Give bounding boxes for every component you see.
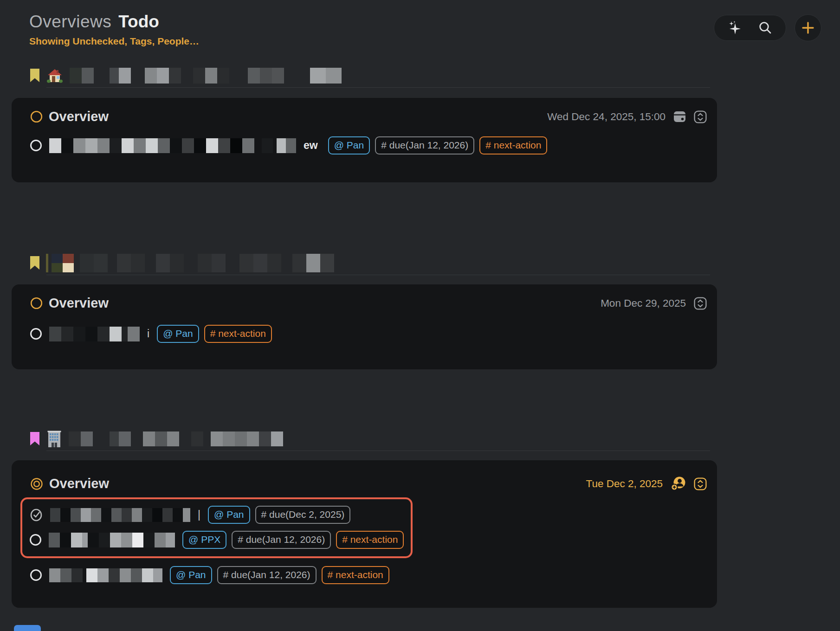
task-row: @ PPX # due(Jan 12, 2026) # next-action bbox=[30, 531, 403, 549]
toolbar-pill bbox=[714, 15, 786, 41]
plus-icon bbox=[801, 21, 815, 35]
overview-card-2: Overview Mon Dec 29, 2025 i @ Pan # next… bbox=[12, 284, 717, 369]
header-titles: Overviews Todo Showing Unchecked, Tags, … bbox=[29, 12, 199, 47]
section-divider bbox=[46, 451, 710, 451]
task-text-fragment: ew bbox=[304, 139, 318, 152]
text-cursor bbox=[46, 254, 48, 272]
tag-list: @ PPX # due(Jan 12, 2026) # next-action bbox=[182, 531, 404, 549]
expand-collapse-icon[interactable] bbox=[694, 297, 707, 310]
page-title-primary: Todo bbox=[118, 12, 159, 32]
page-title-secondary: Overviews bbox=[29, 12, 111, 32]
tag-list: @ Pan # due(Dec 2, 2025) bbox=[208, 506, 350, 524]
partial-blue-element bbox=[14, 625, 41, 631]
next-action-tag[interactable]: # next-action bbox=[204, 325, 272, 343]
task-text-fragment: i bbox=[147, 328, 149, 340]
page-title: Overviews Todo bbox=[29, 12, 199, 32]
tag-list: @ Pan # due(Jan 12, 2026) # next-action bbox=[328, 136, 548, 155]
section-divider bbox=[46, 275, 710, 275]
add-button[interactable] bbox=[795, 14, 821, 41]
bookmark-icon bbox=[30, 69, 40, 83]
section-work: Overview Tue Dec 2, 2025 bbox=[0, 430, 840, 608]
todo-checkbox-checked[interactable] bbox=[30, 508, 43, 522]
mention-tag[interactable]: @ Pan bbox=[157, 325, 199, 343]
mention-tag[interactable]: @ Pan bbox=[170, 566, 212, 584]
due-tag[interactable]: # due(Dec 2, 2025) bbox=[255, 506, 351, 524]
mention-tag[interactable]: @ Pan bbox=[208, 506, 250, 524]
redacted-task-text bbox=[49, 327, 140, 341]
circle-bullet-icon[interactable] bbox=[30, 110, 43, 123]
card-title-right: Mon Dec 29, 2025 bbox=[601, 297, 707, 310]
expand-collapse-icon[interactable] bbox=[694, 477, 707, 490]
tag-list: @ Pan # due(Jan 12, 2026) # next-action bbox=[170, 566, 389, 584]
card-title-right: Tue Dec 2, 2025 bbox=[586, 476, 707, 491]
redacted-task-text bbox=[50, 508, 190, 522]
note-title-link[interactable]: Overview bbox=[49, 296, 109, 311]
todo-checkbox-unchecked[interactable] bbox=[30, 569, 42, 581]
note-title-link[interactable]: Overview bbox=[49, 476, 109, 491]
overview-card-1: Overview Wed Dec 24, 2025, 15:00 bbox=[12, 98, 717, 182]
section-header bbox=[30, 430, 840, 448]
next-action-tag[interactable]: # next-action bbox=[322, 566, 389, 584]
section-header bbox=[30, 254, 840, 272]
office-building-emoji-icon bbox=[46, 430, 63, 448]
due-tag[interactable]: # due(Jan 12, 2026) bbox=[217, 566, 317, 584]
redacted-text bbox=[70, 68, 342, 84]
task-row: | @ Pan # due(Dec 2, 2025) bbox=[30, 506, 403, 524]
due-tag[interactable]: # due(Jan 12, 2026) bbox=[232, 531, 331, 549]
next-action-tag[interactable]: # next-action bbox=[479, 136, 547, 155]
card-title-row: Overview Wed Dec 24, 2025, 15:00 bbox=[30, 109, 707, 124]
section-divider bbox=[46, 87, 710, 88]
next-action-tag[interactable]: # next-action bbox=[336, 531, 404, 549]
card-title-right: Wed Dec 24, 2025, 15:00 bbox=[547, 110, 707, 123]
task-row: @ Pan # due(Jan 12, 2026) # next-action bbox=[30, 566, 707, 584]
card-title-row: Overview Tue Dec 2, 2025 bbox=[30, 476, 707, 491]
todo-checkbox-unchecked[interactable] bbox=[30, 534, 41, 546]
task-row: i @ Pan # next-action bbox=[30, 325, 707, 343]
redacted-task-text bbox=[49, 138, 296, 153]
redacted-task-text bbox=[49, 533, 175, 547]
header-actions bbox=[714, 14, 821, 41]
person-add-icon[interactable] bbox=[671, 476, 686, 491]
pixelated-emoji bbox=[52, 254, 74, 272]
mention-tag[interactable]: @ PPX bbox=[182, 531, 226, 549]
section-personal: Overview Mon Dec 29, 2025 i @ Pan # next… bbox=[0, 254, 840, 369]
due-date: Tue Dec 2, 2025 bbox=[586, 478, 663, 490]
bookmark-icon bbox=[30, 256, 40, 270]
redacted-text bbox=[69, 431, 283, 446]
expand-collapse-icon[interactable] bbox=[694, 110, 707, 123]
section-header bbox=[30, 66, 840, 85]
redacted-task-text bbox=[49, 568, 162, 582]
task-text-fragment: | bbox=[198, 509, 200, 521]
task-row: ew @ Pan # due(Jan 12, 2026) # next-acti… bbox=[30, 136, 707, 155]
target-bullet-icon[interactable] bbox=[30, 477, 43, 490]
section-home: Overview Wed Dec 24, 2025, 15:00 bbox=[0, 66, 840, 182]
calendar-icon[interactable] bbox=[673, 111, 686, 122]
note-title-link[interactable]: Overview bbox=[49, 109, 109, 124]
mention-tag[interactable]: @ Pan bbox=[328, 136, 370, 155]
selection-highlight-box: | @ Pan # due(Dec 2, 2025) @ PPX # due(J… bbox=[20, 497, 413, 558]
due-datetime: Wed Dec 24, 2025, 15:00 bbox=[547, 111, 666, 123]
house-emoji-icon bbox=[46, 67, 64, 84]
filter-status-text[interactable]: Showing Unchecked, Tags, People… bbox=[29, 36, 199, 47]
bookmark-icon bbox=[30, 432, 40, 446]
overview-card-3: Overview Tue Dec 2, 2025 bbox=[12, 460, 717, 608]
sparkle-icon[interactable] bbox=[727, 20, 742, 35]
circle-bullet-icon[interactable] bbox=[30, 297, 43, 309]
due-tag[interactable]: # due(Jan 12, 2026) bbox=[375, 136, 474, 155]
card-title-row: Overview Mon Dec 29, 2025 bbox=[30, 296, 707, 311]
due-date: Mon Dec 29, 2025 bbox=[601, 297, 686, 309]
redacted-text bbox=[80, 254, 334, 272]
todo-checkbox-unchecked[interactable] bbox=[30, 140, 42, 151]
search-icon[interactable] bbox=[758, 20, 773, 35]
tag-list: @ Pan # next-action bbox=[157, 325, 272, 343]
page-header: Overviews Todo Showing Unchecked, Tags, … bbox=[0, 0, 840, 47]
todo-checkbox-unchecked[interactable] bbox=[30, 328, 42, 340]
